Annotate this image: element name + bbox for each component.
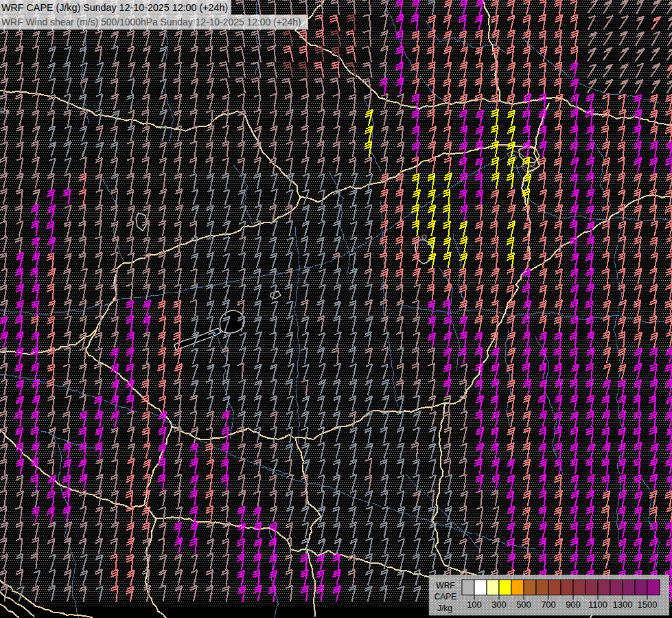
svg-text:CAPE: CAPE — [435, 592, 457, 602]
svg-text:1100: 1100 — [588, 599, 607, 610]
svg-text:1500: 1500 — [638, 599, 658, 610]
svg-text:700: 700 — [541, 599, 556, 610]
svg-text:WRF CAPE (J/kg) Sunday 12-10-2: WRF CAPE (J/kg) Sunday 12-10-2025 12:00 … — [1, 2, 228, 13]
svg-text:J/kg: J/kg — [437, 604, 452, 613]
svg-text:900: 900 — [566, 599, 581, 610]
svg-text:500: 500 — [516, 599, 531, 610]
svg-text:100: 100 — [467, 599, 482, 610]
svg-text:300: 300 — [491, 599, 507, 610]
svg-text:WRF Wind shear (m/s) 500/1000h: WRF Wind shear (m/s) 500/1000hPa Sunday … — [1, 16, 301, 27]
svg-text:WRF: WRF — [436, 581, 454, 591]
svg-text:1300: 1300 — [613, 599, 633, 610]
